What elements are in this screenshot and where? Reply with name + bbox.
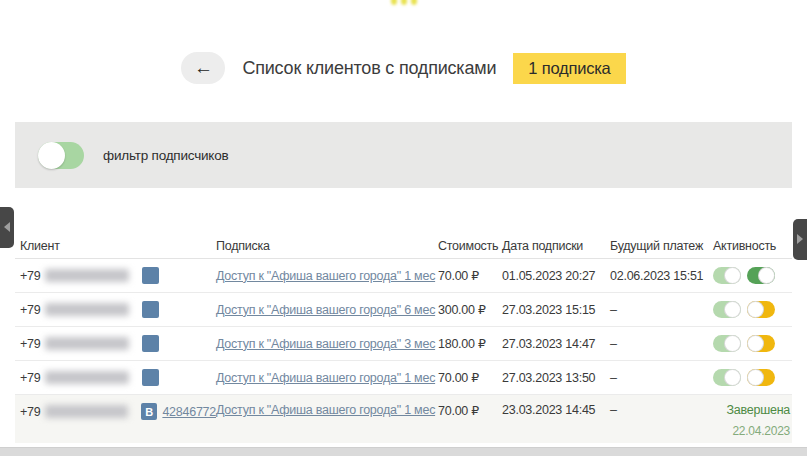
activity-cell bbox=[713, 301, 790, 318]
activity-toggle-2[interactable] bbox=[747, 335, 775, 352]
toggle-knob bbox=[724, 267, 741, 284]
toggle-knob bbox=[724, 301, 741, 318]
subscription-link[interactable]: Доступ к "Афиша вашего города" 6 мес bbox=[216, 303, 435, 317]
client-phone-prefix: +79 bbox=[20, 371, 40, 385]
vk-icon: В bbox=[141, 403, 158, 420]
toggle-knob bbox=[747, 335, 764, 352]
col-header-client: Клиент bbox=[20, 239, 216, 253]
subscription-cell: Доступ к "Афиша вашего города" 6 мес bbox=[216, 303, 438, 317]
subscription-cell: Доступ к "Афиша вашего города" 1 мес bbox=[216, 371, 438, 385]
back-arrow-icon: ← bbox=[194, 57, 213, 78]
subscription-link[interactable]: Доступ к "Афиша вашего города" 1 мес bbox=[216, 371, 435, 385]
table-body: +79 Доступ к "Афиша вашего города" 1 мес… bbox=[15, 259, 792, 443]
toggle-knob bbox=[724, 369, 741, 386]
subscription-link[interactable]: Доступ к "Афиша вашего города" 3 мес bbox=[216, 337, 435, 351]
activity-toggle-2[interactable] bbox=[747, 267, 775, 284]
scroll-left-button[interactable] bbox=[0, 207, 14, 248]
client-cell: +79 bbox=[20, 335, 216, 352]
client-phone-blurred bbox=[45, 371, 129, 384]
status-date: 22.04.2023 bbox=[713, 424, 790, 438]
subscription-cell: Доступ к "Афиша вашего города" 1 мес bbox=[216, 269, 438, 283]
cost-value: 70.00 ₽ bbox=[438, 403, 502, 418]
future-payment: – bbox=[610, 371, 713, 385]
cost-value: 180.00 ₽ bbox=[438, 336, 502, 351]
future-payment: – bbox=[610, 403, 713, 417]
subscription-date: 27.03.2023 13:50 bbox=[502, 371, 610, 385]
col-header-date: Дата подписки bbox=[502, 239, 610, 253]
future-payment: 02.06.2023 15:51 bbox=[610, 269, 713, 283]
triangle-right-icon bbox=[797, 234, 803, 244]
page-header: ← Список клиентов с подписками 1 подписк… bbox=[0, 52, 807, 84]
future-payment: – bbox=[610, 337, 713, 351]
toggle-knob bbox=[747, 301, 764, 318]
vk-icon bbox=[142, 369, 159, 386]
back-button[interactable]: ← bbox=[181, 52, 225, 84]
subscription-count-badge: 1 подписка bbox=[513, 53, 625, 84]
activity-cell bbox=[713, 335, 790, 352]
subscription-link[interactable]: Доступ к "Афиша вашего города" 1 мес bbox=[216, 269, 435, 283]
toggle-knob bbox=[38, 142, 65, 169]
vk-icon bbox=[142, 301, 159, 318]
client-phone-prefix: +79 bbox=[20, 405, 40, 419]
page-title: Список клиентов с подписками bbox=[242, 58, 496, 79]
table-header-row: Клиент Подписка Стоимость Дата подписки … bbox=[15, 233, 792, 259]
table-row: +79 В 42846772 Доступ к "Афиша вашего го… bbox=[15, 395, 792, 443]
subscription-date: 27.03.2023 15:15 bbox=[502, 303, 610, 317]
vk-icon bbox=[142, 267, 159, 284]
client-cell: +79 bbox=[20, 301, 216, 318]
toggle-knob bbox=[724, 335, 741, 352]
client-phone-blurred bbox=[45, 405, 127, 418]
subscription-link[interactable]: Доступ к "Афиша вашего города" 1 мес bbox=[216, 403, 435, 417]
toggle-knob bbox=[758, 267, 775, 284]
client-phone-blurred bbox=[45, 337, 129, 350]
activity-cell bbox=[713, 267, 790, 284]
filter-label: фильтр подписчиков bbox=[103, 148, 229, 163]
client-cell: +79 bbox=[20, 369, 216, 386]
cost-value: 70.00 ₽ bbox=[438, 370, 502, 385]
horizontal-scrollbar[interactable] bbox=[0, 447, 807, 456]
activity-toggle-1[interactable] bbox=[713, 369, 741, 386]
status-label: Завершена bbox=[713, 403, 790, 417]
subscription-date: 27.03.2023 14:47 bbox=[502, 337, 610, 351]
partial-logo-icon bbox=[391, 0, 421, 6]
subscription-cell: Доступ к "Афиша вашего города" 1 мес bbox=[216, 403, 438, 417]
subscriptions-table: Клиент Подписка Стоимость Дата подписки … bbox=[15, 233, 792, 443]
col-header-future-payment: Будущий платеж bbox=[610, 239, 713, 253]
scroll-right-button[interactable] bbox=[793, 219, 807, 260]
table-row: +79 Доступ к "Афиша вашего города" 3 мес… bbox=[15, 327, 792, 361]
client-cell: +79 bbox=[20, 267, 216, 284]
toggle-knob bbox=[747, 369, 764, 386]
cost-value: 70.00 ₽ bbox=[438, 268, 502, 283]
cost-value: 300.00 ₽ bbox=[438, 302, 502, 317]
activity-toggle-2[interactable] bbox=[747, 369, 775, 386]
activity-toggle-1[interactable] bbox=[713, 335, 741, 352]
activity-cell: Завершена22.04.2023 bbox=[713, 403, 790, 438]
col-header-activity: Активность bbox=[713, 239, 790, 253]
activity-toggle-1[interactable] bbox=[713, 267, 741, 284]
table-row: +79 Доступ к "Афиша вашего города" 1 мес… bbox=[15, 259, 792, 293]
vk-icon bbox=[142, 335, 159, 352]
future-payment: – bbox=[610, 303, 713, 317]
client-cell: +79 В 42846772 bbox=[20, 403, 216, 420]
client-phone-blurred bbox=[45, 269, 129, 282]
subscription-date: 23.03.2023 14:45 bbox=[502, 403, 610, 417]
client-phone-prefix: +79 bbox=[20, 269, 40, 283]
table-row: +79 Доступ к "Афиша вашего города" 6 мес… bbox=[15, 293, 792, 327]
subscription-cell: Доступ к "Афиша вашего города" 3 мес bbox=[216, 337, 438, 351]
vk-profile-link[interactable]: 42846772 bbox=[162, 405, 216, 419]
activity-toggle-2[interactable] bbox=[747, 301, 775, 318]
client-phone-prefix: +79 bbox=[20, 303, 40, 317]
col-header-subscription: Подписка bbox=[216, 239, 438, 253]
filter-bar: фильтр подписчиков bbox=[15, 122, 792, 188]
activity-cell bbox=[713, 369, 790, 386]
subscription-date: 01.05.2023 20:27 bbox=[502, 269, 610, 283]
subscriber-filter-toggle[interactable] bbox=[38, 142, 84, 169]
col-header-cost: Стоимость bbox=[438, 239, 502, 253]
activity-toggle-1[interactable] bbox=[713, 301, 741, 318]
client-phone-blurred bbox=[45, 303, 129, 316]
table-row: +79 Доступ к "Афиша вашего города" 1 мес… bbox=[15, 361, 792, 395]
triangle-left-icon bbox=[4, 222, 10, 232]
client-phone-prefix: +79 bbox=[20, 337, 40, 351]
